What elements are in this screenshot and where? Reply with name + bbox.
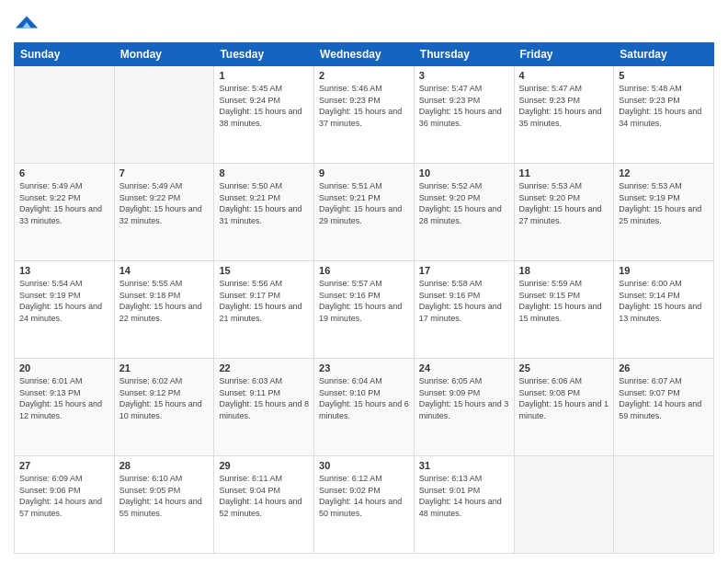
day-number: 26 <box>619 362 709 373</box>
day-number: 13 <box>19 265 109 276</box>
day-number: 2 <box>319 70 409 81</box>
day-detail: Sunrise: 6:00 AMSunset: 9:14 PMDaylight:… <box>619 278 709 324</box>
day-number: 21 <box>119 362 210 373</box>
calendar-cell: 11Sunrise: 5:53 AMSunset: 9:20 PMDayligh… <box>514 164 614 261</box>
day-detail: Sunrise: 5:50 AMSunset: 9:21 PMDaylight:… <box>219 180 309 226</box>
col-header-monday: Monday <box>114 43 214 66</box>
day-number: 5 <box>619 70 709 81</box>
calendar-cell: 26Sunrise: 6:07 AMSunset: 9:07 PMDayligh… <box>614 359 714 456</box>
day-detail: Sunrise: 5:53 AMSunset: 9:19 PMDaylight:… <box>619 180 709 226</box>
page: SundayMondayTuesdayWednesdayThursdayFrid… <box>0 0 728 563</box>
col-header-saturday: Saturday <box>614 43 714 66</box>
day-number: 9 <box>319 167 409 178</box>
day-number: 24 <box>419 362 509 373</box>
day-detail: Sunrise: 6:10 AMSunset: 9:05 PMDaylight:… <box>119 473 210 519</box>
calendar-cell: 18Sunrise: 5:59 AMSunset: 9:15 PMDayligh… <box>514 261 614 359</box>
calendar-cell: 21Sunrise: 6:02 AMSunset: 9:12 PMDayligh… <box>114 359 214 456</box>
logo-icon <box>14 9 40 35</box>
header <box>14 9 714 35</box>
day-number: 17 <box>419 265 509 276</box>
day-detail: Sunrise: 5:47 AMSunset: 9:23 PMDaylight:… <box>419 83 509 129</box>
calendar-cell: 3Sunrise: 5:47 AMSunset: 9:23 PMDaylight… <box>414 66 514 164</box>
day-detail: Sunrise: 5:48 AMSunset: 9:23 PMDaylight:… <box>619 83 709 129</box>
day-detail: Sunrise: 5:57 AMSunset: 9:16 PMDaylight:… <box>319 278 409 324</box>
calendar-cell: 30Sunrise: 6:12 AMSunset: 9:02 PMDayligh… <box>314 456 415 554</box>
day-detail: Sunrise: 5:47 AMSunset: 9:23 PMDaylight:… <box>519 83 609 129</box>
day-number: 30 <box>319 460 409 471</box>
calendar-cell: 23Sunrise: 6:04 AMSunset: 9:10 PMDayligh… <box>314 359 415 456</box>
day-number: 28 <box>119 460 210 471</box>
day-detail: Sunrise: 6:12 AMSunset: 9:02 PMDaylight:… <box>319 473 409 519</box>
calendar-cell: 10Sunrise: 5:52 AMSunset: 9:20 PMDayligh… <box>414 164 514 261</box>
calendar-cell <box>614 456 714 554</box>
col-header-tuesday: Tuesday <box>214 43 314 66</box>
day-detail: Sunrise: 6:07 AMSunset: 9:07 PMDaylight:… <box>619 375 709 421</box>
calendar-table: SundayMondayTuesdayWednesdayThursdayFrid… <box>14 42 714 554</box>
calendar-cell: 25Sunrise: 6:06 AMSunset: 9:08 PMDayligh… <box>514 359 614 456</box>
day-number: 29 <box>219 460 309 471</box>
day-detail: Sunrise: 5:54 AMSunset: 9:19 PMDaylight:… <box>19 278 109 324</box>
day-detail: Sunrise: 6:02 AMSunset: 9:12 PMDaylight:… <box>119 375 210 421</box>
day-number: 11 <box>519 167 609 178</box>
day-number: 20 <box>19 362 109 373</box>
day-detail: Sunrise: 5:59 AMSunset: 9:15 PMDaylight:… <box>519 278 609 324</box>
day-number: 15 <box>219 265 309 276</box>
day-number: 27 <box>19 460 109 471</box>
calendar-cell <box>15 66 115 164</box>
day-detail: Sunrise: 5:49 AMSunset: 9:22 PMDaylight:… <box>19 180 109 226</box>
calendar-cell: 20Sunrise: 6:01 AMSunset: 9:13 PMDayligh… <box>15 359 115 456</box>
calendar-cell: 31Sunrise: 6:13 AMSunset: 9:01 PMDayligh… <box>414 456 514 554</box>
day-number: 23 <box>319 362 409 373</box>
day-detail: Sunrise: 6:04 AMSunset: 9:10 PMDaylight:… <box>319 375 409 421</box>
calendar-cell <box>114 66 214 164</box>
calendar-cell: 12Sunrise: 5:53 AMSunset: 9:19 PMDayligh… <box>614 164 714 261</box>
calendar-cell: 14Sunrise: 5:55 AMSunset: 9:18 PMDayligh… <box>114 261 214 359</box>
calendar-cell: 29Sunrise: 6:11 AMSunset: 9:04 PMDayligh… <box>214 456 314 554</box>
calendar-cell: 7Sunrise: 5:49 AMSunset: 9:22 PMDaylight… <box>114 164 214 261</box>
day-number: 4 <box>519 70 609 81</box>
day-detail: Sunrise: 5:51 AMSunset: 9:21 PMDaylight:… <box>319 180 409 226</box>
day-detail: Sunrise: 6:09 AMSunset: 9:06 PMDaylight:… <box>19 473 109 519</box>
day-detail: Sunrise: 6:06 AMSunset: 9:08 PMDaylight:… <box>519 375 609 421</box>
day-detail: Sunrise: 5:58 AMSunset: 9:16 PMDaylight:… <box>419 278 509 324</box>
day-detail: Sunrise: 5:53 AMSunset: 9:20 PMDaylight:… <box>519 180 609 226</box>
day-number: 12 <box>619 167 709 178</box>
calendar-cell: 17Sunrise: 5:58 AMSunset: 9:16 PMDayligh… <box>414 261 514 359</box>
day-detail: Sunrise: 5:46 AMSunset: 9:23 PMDaylight:… <box>319 83 409 129</box>
calendar-cell: 1Sunrise: 5:45 AMSunset: 9:24 PMDaylight… <box>214 66 314 164</box>
calendar-cell: 4Sunrise: 5:47 AMSunset: 9:23 PMDaylight… <box>514 66 614 164</box>
day-number: 14 <box>119 265 210 276</box>
calendar-cell <box>514 456 614 554</box>
calendar-cell: 28Sunrise: 6:10 AMSunset: 9:05 PMDayligh… <box>114 456 214 554</box>
day-number: 31 <box>419 460 509 471</box>
col-header-wednesday: Wednesday <box>314 43 415 66</box>
day-number: 7 <box>119 167 210 178</box>
day-detail: Sunrise: 5:52 AMSunset: 9:20 PMDaylight:… <box>419 180 509 226</box>
day-detail: Sunrise: 5:49 AMSunset: 9:22 PMDaylight:… <box>119 180 210 226</box>
day-number: 10 <box>419 167 509 178</box>
calendar-cell: 5Sunrise: 5:48 AMSunset: 9:23 PMDaylight… <box>614 66 714 164</box>
day-detail: Sunrise: 5:56 AMSunset: 9:17 PMDaylight:… <box>219 278 309 324</box>
day-number: 16 <box>319 265 409 276</box>
col-header-friday: Friday <box>514 43 614 66</box>
day-number: 8 <box>219 167 309 178</box>
calendar-cell: 19Sunrise: 6:00 AMSunset: 9:14 PMDayligh… <box>614 261 714 359</box>
calendar-cell: 24Sunrise: 6:05 AMSunset: 9:09 PMDayligh… <box>414 359 514 456</box>
calendar-cell: 27Sunrise: 6:09 AMSunset: 9:06 PMDayligh… <box>15 456 115 554</box>
day-number: 3 <box>419 70 509 81</box>
day-number: 22 <box>219 362 309 373</box>
day-detail: Sunrise: 5:45 AMSunset: 9:24 PMDaylight:… <box>219 83 309 129</box>
day-number: 1 <box>219 70 309 81</box>
day-number: 19 <box>619 265 709 276</box>
calendar-cell: 6Sunrise: 5:49 AMSunset: 9:22 PMDaylight… <box>15 164 115 261</box>
calendar-cell: 13Sunrise: 5:54 AMSunset: 9:19 PMDayligh… <box>15 261 115 359</box>
day-number: 18 <box>519 265 609 276</box>
day-detail: Sunrise: 6:01 AMSunset: 9:13 PMDaylight:… <box>19 375 109 421</box>
col-header-thursday: Thursday <box>414 43 514 66</box>
day-detail: Sunrise: 6:11 AMSunset: 9:04 PMDaylight:… <box>219 473 309 519</box>
day-detail: Sunrise: 6:03 AMSunset: 9:11 PMDaylight:… <box>219 375 309 421</box>
calendar-cell: 2Sunrise: 5:46 AMSunset: 9:23 PMDaylight… <box>314 66 415 164</box>
calendar-cell: 8Sunrise: 5:50 AMSunset: 9:21 PMDaylight… <box>214 164 314 261</box>
calendar-cell: 9Sunrise: 5:51 AMSunset: 9:21 PMDaylight… <box>314 164 415 261</box>
day-number: 25 <box>519 362 609 373</box>
